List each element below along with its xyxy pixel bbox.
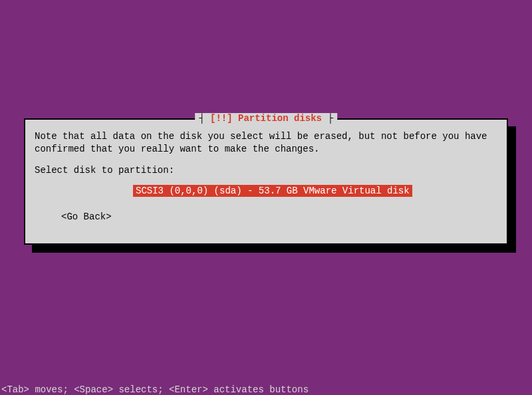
title-prefix: [!!] [210, 113, 233, 124]
partition-dialog: ┤ [!!] Partition disks ├ Note that all d… [24, 118, 508, 245]
footer-hint: <Tab> moves; <Space> selects; <Enter> ac… [1, 384, 309, 395]
go-back-button[interactable]: <Go Back> [61, 211, 112, 222]
dialog-body: Note that all data on the disk you selec… [25, 120, 507, 229]
title-text: Partition disks [238, 113, 322, 124]
title-frame-right: ├ [322, 113, 333, 124]
title-frame-left: ┤ [199, 113, 210, 124]
instruction-text: Note that all data on the disk you selec… [35, 130, 497, 156]
disk-option-sda[interactable]: SCSI3 (0,0,0) (sda) - 53.7 GB VMware Vir… [133, 185, 412, 197]
disk-list: SCSI3 (0,0,0) (sda) - 53.7 GB VMware Vir… [35, 185, 497, 197]
goback-row: <Go Back> [35, 211, 497, 222]
title-space [233, 113, 238, 124]
prompt-text: Select disk to partition: [35, 165, 497, 176]
dialog-title: ┤ [!!] Partition disks ├ [195, 113, 337, 124]
